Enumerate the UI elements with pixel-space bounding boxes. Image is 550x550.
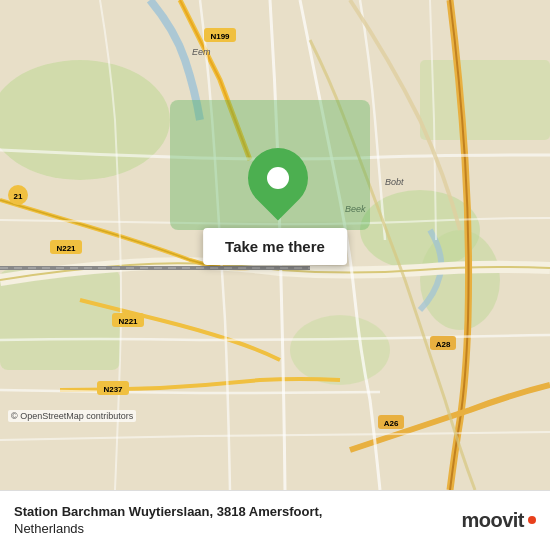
- svg-text:21: 21: [14, 192, 23, 201]
- svg-rect-6: [420, 60, 550, 140]
- svg-rect-2: [0, 270, 120, 370]
- info-bar: Station Barchman Wuytierslaan, 3818 Amer…: [0, 490, 550, 550]
- pin-outer: [236, 136, 321, 221]
- svg-text:N221: N221: [56, 244, 76, 253]
- svg-text:N199: N199: [210, 32, 230, 41]
- moovit-logo-text: moovit: [461, 509, 524, 532]
- address-line2: Netherlands: [14, 521, 322, 538]
- svg-point-5: [290, 315, 390, 385]
- copyright-notice: © OpenStreetMap contributors: [8, 410, 136, 422]
- svg-text:Eem: Eem: [192, 47, 211, 57]
- svg-text:Bobt: Bobt: [385, 177, 404, 187]
- moovit-logo: moovit: [461, 509, 536, 532]
- address-line1: Station Barchman Wuytierslaan, 3818 Amer…: [14, 504, 322, 521]
- moovit-dot: [528, 516, 536, 524]
- svg-text:A28: A28: [436, 340, 451, 349]
- take-me-there-button[interactable]: Take me there: [203, 228, 347, 265]
- svg-text:A26: A26: [384, 419, 399, 428]
- map-pin: [248, 148, 308, 208]
- svg-point-4: [420, 230, 500, 330]
- map-container: N199 N221 N221 N237 A28 A26 21 Eem Beek …: [0, 0, 550, 490]
- svg-text:N221: N221: [118, 317, 138, 326]
- address-block: Station Barchman Wuytierslaan, 3818 Amer…: [14, 504, 322, 538]
- svg-text:N237: N237: [103, 385, 123, 394]
- pin-inner: [267, 167, 289, 189]
